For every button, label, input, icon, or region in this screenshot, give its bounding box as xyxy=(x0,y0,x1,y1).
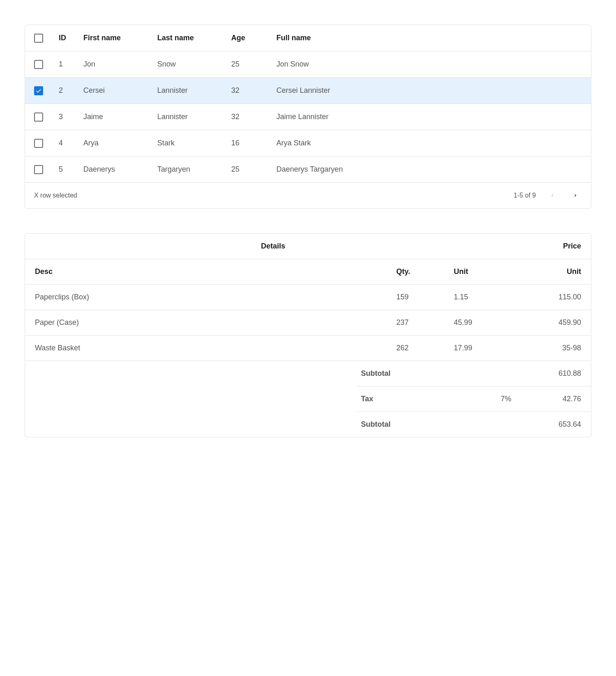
grid-header-row: ID First name Last name Age Full name xyxy=(25,25,591,51)
cell-full-name: Daenerys Targaryen xyxy=(276,165,582,174)
summary-mid xyxy=(439,420,511,429)
cell-price: 35-98 xyxy=(511,344,581,352)
invoice-row: Paper (Case)23745.99459.90 xyxy=(25,310,591,336)
cell-qty: 237 xyxy=(396,318,454,327)
cell-age: 16 xyxy=(231,139,276,147)
price-header: Price xyxy=(511,242,581,251)
summary-mid xyxy=(439,369,511,378)
cell-age: 25 xyxy=(231,165,276,174)
selection-count: X row selected xyxy=(34,192,77,199)
header-desc: Desc xyxy=(35,267,396,276)
row-checkbox[interactable] xyxy=(34,86,43,95)
cell-age: 25 xyxy=(231,60,276,69)
next-page-button[interactable] xyxy=(569,189,582,202)
cell-qty: 262 xyxy=(396,344,454,352)
cell-first-name: Jon xyxy=(83,60,157,69)
cell-unit: 1.15 xyxy=(454,293,511,301)
summary-value: 610.88 xyxy=(511,369,581,378)
summary-value: 42.76 xyxy=(511,395,581,403)
cell-id: 5 xyxy=(59,165,83,174)
summary-mid: 7% xyxy=(439,395,511,403)
header-unit: Unit xyxy=(454,267,511,276)
chevron-right-icon xyxy=(572,193,578,198)
cell-price: 459.90 xyxy=(511,318,581,327)
summary-row: Tax7%42.76 xyxy=(357,386,591,412)
header-last-name[interactable]: Last name xyxy=(157,34,231,42)
chevron-left-icon xyxy=(549,193,555,198)
grid-footer: X row selected 1-5 of 9 xyxy=(25,183,591,208)
header-unit2: Unit xyxy=(511,267,581,276)
header-qty: Qty. xyxy=(396,267,454,276)
row-checkbox[interactable] xyxy=(34,139,43,148)
header-id[interactable]: ID xyxy=(59,34,83,42)
invoice-table: Details Price Desc Qty. Unit Unit Paperc… xyxy=(25,233,591,437)
data-grid: ID First name Last name Age Full name 1J… xyxy=(25,25,591,209)
table-row[interactable]: 2CerseiLannister32Cersei Lannister xyxy=(25,78,591,104)
select-all-checkbox[interactable] xyxy=(34,34,43,43)
cell-id: 4 xyxy=(59,139,83,147)
cell-age: 32 xyxy=(231,86,276,95)
pagination-range: 1-5 of 9 xyxy=(514,192,536,199)
cell-first-name: Jaime xyxy=(83,113,157,121)
summary-label: Tax xyxy=(357,395,439,403)
cell-last-name: Targaryen xyxy=(157,165,231,174)
cell-first-name: Daenerys xyxy=(83,165,157,174)
summary-label: Subtotal xyxy=(357,369,439,378)
cell-id: 3 xyxy=(59,113,83,121)
cell-full-name: Jaime Lannister xyxy=(276,113,582,121)
summary-value: 653.64 xyxy=(511,420,581,429)
table-row[interactable]: 1JonSnow25Jon Snow xyxy=(25,51,591,78)
cell-last-name: Snow xyxy=(157,60,231,69)
table-row[interactable]: 5DaenerysTargaryen25Daenerys Targaryen xyxy=(25,156,591,183)
cell-last-name: Stark xyxy=(157,139,231,147)
cell-id: 2 xyxy=(59,86,83,95)
header-first-name[interactable]: First name xyxy=(83,34,157,42)
table-row[interactable]: 4AryaStark16Arya Stark xyxy=(25,130,591,156)
summary-row: Subtotal610.88 xyxy=(357,361,591,386)
prev-page-button[interactable] xyxy=(546,189,559,202)
cell-desc: Paper (Case) xyxy=(35,318,396,327)
cell-full-name: Jon Snow xyxy=(276,60,582,69)
cell-unit: 17.99 xyxy=(454,344,511,352)
invoice-column-header: Desc Qty. Unit Unit xyxy=(25,259,591,285)
cell-first-name: Arya xyxy=(83,139,157,147)
invoice-summary: Subtotal610.88Tax7%42.76Subtotal653.64 xyxy=(25,361,591,437)
invoice-row: Waste Basket26217.9935-98 xyxy=(25,336,591,361)
cell-desc: Waste Basket xyxy=(35,344,396,352)
table-row[interactable]: 3JaimeLannister32Jaime Lannister xyxy=(25,104,591,130)
cell-price: 115.00 xyxy=(511,293,581,301)
pagination: 1-5 of 9 xyxy=(514,189,582,202)
cell-unit: 45.99 xyxy=(454,318,511,327)
cell-age: 32 xyxy=(231,113,276,121)
summary-label: Subtotal xyxy=(357,420,439,429)
header-full-name[interactable]: Full name xyxy=(276,34,582,42)
cell-last-name: Lannister xyxy=(157,113,231,121)
details-header: Details xyxy=(35,242,511,251)
row-checkbox[interactable] xyxy=(34,113,43,122)
cell-qty: 159 xyxy=(396,293,454,301)
row-checkbox[interactable] xyxy=(34,60,43,69)
cell-desc: Paperclips (Box) xyxy=(35,293,396,301)
cell-full-name: Cersei Lannister xyxy=(276,86,582,95)
invoice-top-header: Details Price xyxy=(25,234,591,259)
summary-row: Subtotal653.64 xyxy=(357,412,591,437)
cell-full-name: Arya Stark xyxy=(276,139,582,147)
cell-first-name: Cersei xyxy=(83,86,157,95)
row-checkbox[interactable] xyxy=(34,165,43,174)
invoice-row: Paperclips (Box)1591.15115.00 xyxy=(25,285,591,310)
cell-last-name: Lannister xyxy=(157,86,231,95)
header-age[interactable]: Age xyxy=(231,34,276,42)
cell-id: 1 xyxy=(59,60,83,69)
